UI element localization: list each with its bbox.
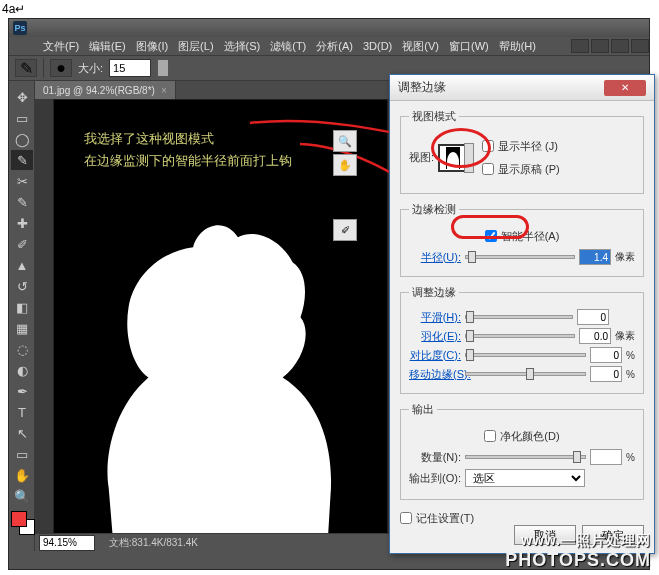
menu-edit[interactable]: 编辑(E)	[85, 38, 130, 55]
gradient-tool-icon[interactable]: ▦	[11, 318, 33, 338]
tab-close-icon[interactable]: ×	[161, 85, 167, 96]
menu-file[interactable]: 文件(F)	[39, 38, 83, 55]
marquee-tool-icon[interactable]: ▭	[11, 108, 33, 128]
pen-tool-icon[interactable]: ✒	[11, 381, 33, 401]
output-to-label: 输出到(O):	[409, 471, 461, 486]
output-to-select[interactable]: 选区	[465, 469, 585, 487]
adjust-legend: 调整边缘	[409, 285, 459, 300]
eyedropper-tool-icon[interactable]: ✎	[11, 192, 33, 212]
shift-label[interactable]: 移动边缘(S):	[409, 367, 461, 382]
show-radius-checkbox[interactable]	[482, 140, 494, 152]
size-label: 大小:	[78, 61, 103, 76]
menu-3d[interactable]: 3D(D)	[359, 39, 396, 53]
annotation-1: 我选择了这种视图模式	[84, 130, 214, 148]
amount-slider	[465, 455, 586, 459]
window-close-icon[interactable]	[631, 39, 649, 53]
smooth-slider[interactable]	[465, 315, 573, 319]
eraser-tool-icon[interactable]: ◧	[11, 297, 33, 317]
menu-window[interactable]: 窗口(W)	[445, 38, 493, 55]
menu-analysis[interactable]: 分析(A)	[312, 38, 357, 55]
watermark-line2: PHOTOPS.COM	[505, 550, 651, 571]
shift-unit: %	[626, 369, 635, 380]
crop-tool-icon[interactable]: ✂	[11, 171, 33, 191]
feather-input[interactable]	[579, 328, 611, 344]
shift-input[interactable]	[590, 366, 622, 382]
contrast-input[interactable]	[590, 347, 622, 363]
radius-unit: 像素	[615, 250, 635, 264]
smooth-label[interactable]: 平滑(H):	[409, 310, 461, 325]
lasso-tool-icon[interactable]: ◯	[11, 129, 33, 149]
output-legend: 输出	[409, 402, 437, 417]
menu-help[interactable]: 帮助(H)	[495, 38, 540, 55]
window-max-icon[interactable]	[591, 39, 609, 53]
radius-label[interactable]: 半径(U):	[409, 250, 461, 265]
size-spinner[interactable]	[157, 59, 169, 77]
zoom-side-icon[interactable]: 🔍	[333, 130, 357, 152]
path-tool-icon[interactable]: ↖	[11, 423, 33, 443]
shape-tool-icon[interactable]: ▭	[11, 444, 33, 464]
type-tool-icon[interactable]: T	[11, 402, 33, 422]
size-input[interactable]	[109, 59, 151, 77]
brush-side-icon[interactable]: ✐	[333, 219, 357, 241]
feather-unit: 像素	[615, 329, 635, 343]
remember-label: 记住设置(T)	[416, 511, 474, 526]
edgedetect-group: 边缘检测 ✐ 智能半径(A) 半径(U): 像素	[400, 202, 644, 277]
move-tool-icon[interactable]: ✥	[11, 87, 33, 107]
decontaminate-checkbox[interactable]	[484, 430, 496, 442]
adjust-group: 调整边缘 平滑(H): 羽化(E): 像素 对比度(C): % 移动边缘(S):	[400, 285, 644, 394]
brush-preview-icon[interactable]: ●	[50, 59, 72, 77]
radius-slider[interactable]	[465, 255, 575, 259]
watermark-line1: www.—照片处理网	[505, 532, 651, 550]
contrast-label[interactable]: 对比度(C):	[409, 348, 461, 363]
amount-input	[590, 449, 622, 465]
zoom-field[interactable]: 94.15%	[39, 535, 95, 551]
brush-tool-icon[interactable]: ✐	[11, 234, 33, 254]
color-swatches[interactable]	[11, 511, 35, 535]
remember-checkbox[interactable]	[400, 512, 412, 524]
tool-preset-icon[interactable]: ✎	[15, 59, 37, 77]
refine-edge-dialog: 调整边缘 ✕ 视图模式 🔍 ✋ 视图: 显示半径 (J) 显示原稿 (P) 边缘…	[389, 74, 655, 554]
hand-side-icon[interactable]: ✋	[333, 154, 357, 176]
smart-radius-checkbox[interactable]	[485, 230, 497, 242]
tab-title: 01.jpg @ 94.2%(RGB/8*)	[43, 85, 155, 96]
document-tab[interactable]: 01.jpg @ 94.2%(RGB/8*) ×	[35, 81, 176, 99]
hand-tool-icon[interactable]: ✋	[11, 465, 33, 485]
smooth-input[interactable]	[577, 309, 609, 325]
viewmode-group: 视图模式 🔍 ✋ 视图: 显示半径 (J) 显示原稿 (P)	[400, 109, 644, 194]
view-thumbnail[interactable]	[438, 144, 468, 172]
annotation-2: 在边缘监测下的智能半径前面打上钩	[84, 152, 292, 170]
history-brush-tool-icon[interactable]: ↺	[11, 276, 33, 296]
dodge-tool-icon[interactable]: ◐	[11, 360, 33, 380]
contrast-slider[interactable]	[465, 353, 586, 357]
watermark: www.—照片处理网 PHOTOPS.COM	[505, 532, 651, 571]
menu-image[interactable]: 图像(I)	[132, 38, 172, 55]
amount-label: 数量(N):	[409, 450, 461, 465]
heal-tool-icon[interactable]: ✚	[11, 213, 33, 233]
foreground-color-icon[interactable]	[11, 511, 27, 527]
window-dock-icon[interactable]	[611, 39, 629, 53]
quick-select-tool-icon[interactable]: ✎	[11, 150, 33, 170]
menu-select[interactable]: 选择(S)	[220, 38, 265, 55]
zoom-tool-icon[interactable]: 🔍	[11, 486, 33, 506]
shift-slider[interactable]	[465, 372, 586, 376]
show-radius-label: 显示半径 (J)	[498, 139, 558, 154]
dialog-titlebar[interactable]: 调整边缘 ✕	[390, 75, 654, 101]
menu-filter[interactable]: 滤镜(T)	[266, 38, 310, 55]
stamp-tool-icon[interactable]: ▲	[11, 255, 33, 275]
amount-unit: %	[626, 452, 635, 463]
decontaminate-label: 净化颜色(D)	[500, 429, 559, 444]
dialog-title: 调整边缘	[398, 79, 446, 96]
show-original-checkbox[interactable]	[482, 163, 494, 175]
viewmode-legend: 视图模式	[409, 109, 459, 124]
toolbox: ✥ ▭ ◯ ✎ ✂ ✎ ✚ ✐ ▲ ↺ ◧ ▦ ◌ ◐ ✒ T ↖ ▭ ✋ 🔍	[9, 81, 35, 551]
window-min-icon[interactable]	[571, 39, 589, 53]
feather-slider[interactable]	[465, 334, 575, 338]
menu-layer[interactable]: 图层(L)	[174, 38, 217, 55]
divider	[43, 58, 44, 78]
radius-input[interactable]	[579, 249, 611, 265]
blur-tool-icon[interactable]: ◌	[11, 339, 33, 359]
dialog-close-button[interactable]: ✕	[604, 80, 646, 96]
contrast-unit: %	[626, 350, 635, 361]
feather-label[interactable]: 羽化(E):	[409, 329, 461, 344]
menu-view[interactable]: 视图(V)	[398, 38, 443, 55]
